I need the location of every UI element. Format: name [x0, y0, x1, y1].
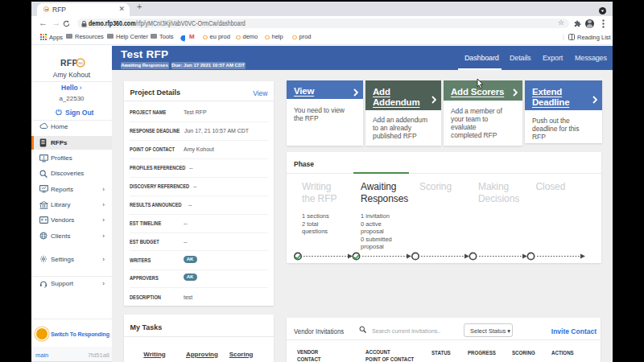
svg-text:360: 360 — [78, 61, 83, 64]
